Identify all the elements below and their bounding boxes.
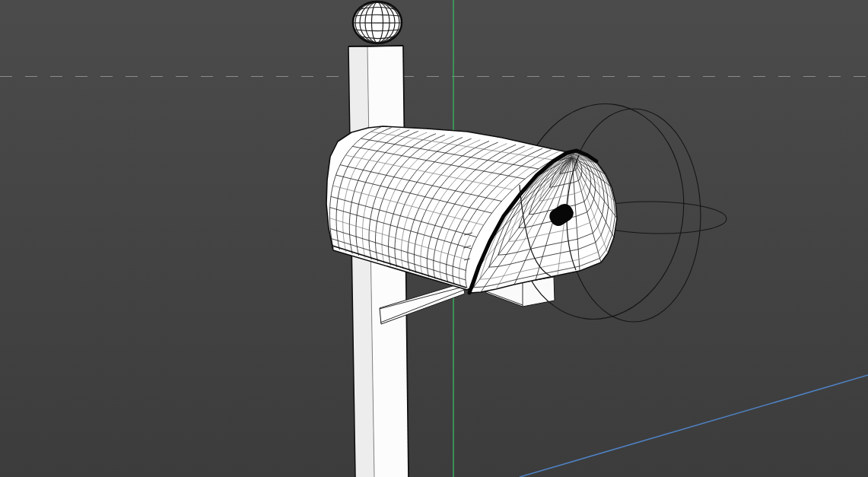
scene-canvas[interactable] xyxy=(0,0,868,477)
viewport-3d[interactable] xyxy=(0,0,868,477)
finial-sphere[interactable] xyxy=(353,2,402,43)
